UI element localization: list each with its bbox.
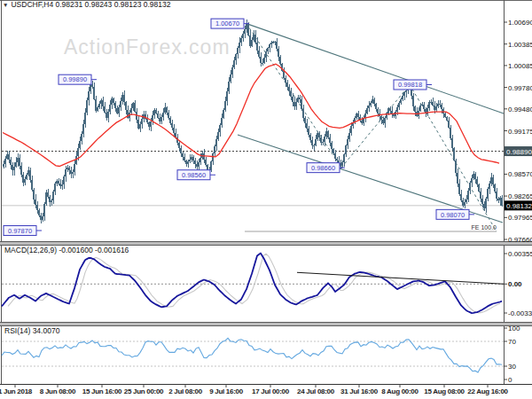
price-axis: 1.006901.003851.000850.997800.994800.991… xyxy=(504,19,532,244)
x-axis-label: 25 Jun 00:00 xyxy=(124,387,164,395)
svg-text:0.99818: 0.99818 xyxy=(398,81,422,89)
svg-text:0.97660: 0.97660 xyxy=(508,236,532,244)
svg-text:-0.003391: -0.003391 xyxy=(508,309,532,317)
x-axis-label: 2 Jul 08:00 xyxy=(168,387,202,395)
svg-text:0: 0 xyxy=(508,376,512,384)
svg-text:1.00385: 1.00385 xyxy=(508,41,532,49)
fe-label: FE 100.0 xyxy=(472,224,497,231)
svg-text:70: 70 xyxy=(508,338,516,346)
rsi-legend: RSI(14) 34.0070 xyxy=(4,326,59,335)
svg-text:1.00085: 1.00085 xyxy=(508,62,532,70)
svg-text:0.98560: 0.98560 xyxy=(182,171,206,179)
symbol-dropdown-icon[interactable]: ▼ xyxy=(3,2,8,8)
x-axis-label: 17 Jul 00:00 xyxy=(252,387,290,395)
rsi-panel: 10070300 xyxy=(2,325,520,384)
svg-text:1.00690: 1.00690 xyxy=(508,19,532,27)
date-axis: 1 Jun 20188 Jun 08:0015 Jun 16:0025 Jun … xyxy=(0,384,509,395)
svg-text:0.98265: 0.98265 xyxy=(508,192,532,200)
svg-text:0.99480: 0.99480 xyxy=(508,106,532,113)
x-axis-label: 31 Jul 16:00 xyxy=(340,387,379,395)
macd-line xyxy=(2,254,502,314)
svg-text:0.97870: 0.97870 xyxy=(8,227,32,235)
swing-lines xyxy=(246,24,497,231)
macd-trendline xyxy=(297,272,504,284)
macd-panel: 0.0035560.00-0.003391 xyxy=(2,250,532,317)
svg-text:0.99890: 0.99890 xyxy=(63,75,87,83)
x-axis-label: 8 Aug 00:00 xyxy=(381,387,419,395)
symbol-ohlc-text: USDCHF,H4 0.98231 0.98243 0.98123 0.9813… xyxy=(11,0,170,9)
chart-canvas[interactable]: FE 100.00.978700.998901.006700.985600.98… xyxy=(0,0,532,399)
svg-text:0.00: 0.00 xyxy=(508,280,522,288)
x-axis-label: 9 Jul 16:00 xyxy=(209,387,243,395)
macd-legend: MACD(12,26,9) -0.001600 -0.001616 xyxy=(4,246,129,254)
svg-text:30: 30 xyxy=(508,363,516,371)
x-axis-label: 22 Aug 16:00 xyxy=(467,387,508,395)
svg-text:0.99780: 0.99780 xyxy=(508,84,532,92)
x-axis-label: 8 Jun 08:00 xyxy=(40,387,76,395)
svg-text:1.00670: 1.00670 xyxy=(215,20,239,27)
x-axis-label: 24 Jul 08:00 xyxy=(297,387,335,395)
chart-legend: ▼USDCHF,H4 0.98231 0.98243 0.98123 0.981… xyxy=(3,0,171,9)
svg-text:0.98132: 0.98132 xyxy=(506,202,532,210)
svg-text:0.99175: 0.99175 xyxy=(508,128,532,136)
svg-text:0.98570: 0.98570 xyxy=(508,170,532,178)
svg-text:100: 100 xyxy=(508,325,520,332)
mt4-chart-window: ▼USDCHF,H4 0.98231 0.98243 0.98123 0.981… xyxy=(0,0,532,399)
rsi-line xyxy=(2,338,502,372)
x-axis-label: 15 Aug 08:00 xyxy=(424,387,465,395)
svg-text:0.98660: 0.98660 xyxy=(311,164,335,172)
x-axis-label: 15 Jun 16:00 xyxy=(82,387,122,395)
x-axis-label: 1 Jun 2018 xyxy=(0,387,33,395)
svg-text:0.98070: 0.98070 xyxy=(441,211,465,219)
svg-text:0.97965: 0.97965 xyxy=(508,214,532,222)
candlestick-series xyxy=(3,20,503,223)
svg-text:0.003556: 0.003556 xyxy=(508,250,532,258)
svg-text:0.98890: 0.98890 xyxy=(506,148,532,156)
fe-extension-line: FE 100.0 xyxy=(245,224,497,232)
